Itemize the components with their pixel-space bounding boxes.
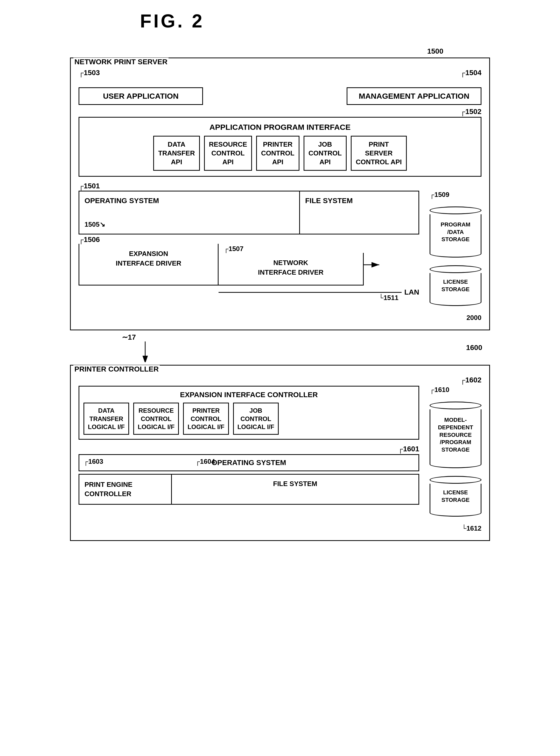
api-item-4: PRINT SERVER CONTROL API: [351, 136, 407, 171]
cyl-bottom-3: [429, 460, 481, 468]
prog-data-storage-cyl: PROGRAM /DATA STORAGE: [429, 207, 481, 257]
net-arrow: [364, 257, 384, 273]
pe-fs-row: PRINT ENGINE CONTROLLER FILE SYSTEM: [79, 474, 419, 505]
ref-1511: └1511: [379, 294, 399, 301]
cyl-bottom-1: [429, 250, 481, 257]
ref-1610: ┌1610: [429, 386, 449, 394]
ref-17: ∼17: [122, 333, 136, 341]
api-title: APPLICATION PROGRAM INTERFACE: [84, 123, 476, 132]
cyl-bottom-4: [429, 509, 481, 517]
lan-label: LAN: [404, 288, 419, 296]
mgmt-app-box: MANAGEMENT APPLICATION: [347, 87, 481, 105]
cyl-top-4: [429, 476, 481, 484]
cyl-body-1: PROGRAM /DATA STORAGE: [429, 214, 481, 251]
user-app-box: USER APPLICATION: [79, 87, 203, 105]
page-title: FIG. 2: [140, 10, 204, 31]
pc-box: PRINTER CONTROLLER ┌1602 EXPANSION INTER…: [70, 365, 490, 541]
ref-1509: ┌1509: [429, 191, 449, 199]
ref-1603: ┌1603: [83, 458, 103, 466]
os-label: OPERATING SYSTEM: [84, 197, 294, 205]
cyl-top-3: [429, 402, 481, 410]
expansion-ctrl-title: EXPANSION INTERFACE CONTROLLER: [83, 391, 414, 399]
api-item-0: DATA TRANSFER API: [153, 136, 200, 171]
ref-1500: 1500: [427, 47, 443, 55]
api-items-row: DATA TRANSFER API RESOURCE CONTROL API P…: [84, 136, 476, 171]
expansion-ctrl-box: EXPANSION INTERFACE CONTROLLER DATA TRAN…: [79, 386, 419, 440]
ref-2000: 2000: [466, 314, 481, 322]
license-storage-1-cyl: LICENSE STORAGE: [429, 265, 481, 306]
pc-os-box: ┌1603 OPERATING SYSTEM ┌1604: [79, 454, 419, 471]
ref-1504: ┌1504: [460, 69, 481, 77]
license-storage-2-cyl: LICENSE STORAGE: [429, 476, 481, 517]
logical-if-0: DATA TRANSFER LOGICAL I/F: [83, 403, 129, 435]
cyl-bottom-2: [429, 298, 481, 306]
nps-label: NETWORK PRINT SERVER: [73, 58, 168, 66]
cyl-top-1: [429, 207, 481, 214]
model-dep-cyl: MODEL- DEPENDENT RESOURCE /PROGRAM STORA…: [429, 402, 481, 468]
cyl-body-4: LICENSE STORAGE: [429, 484, 481, 510]
ref-1506: ┌1506: [79, 235, 100, 244]
ref-1602: ┌1602: [460, 376, 481, 384]
fs-box: FILE SYSTEM: [300, 191, 419, 234]
ref-1612: └1612: [462, 524, 481, 532]
cyl-body-3: MODEL- DEPENDENT RESOURCE /PROGRAM STORA…: [429, 410, 481, 461]
ref-1601: ┌1601: [398, 445, 419, 453]
pc-fs-box: FILE SYSTEM: [172, 474, 419, 505]
net-driver-box: NETWORK INTERFACE DRIVER: [219, 253, 364, 286]
nps-box: NETWORK PRINT SERVER ┌1503 ┌1504 USER AP…: [70, 58, 490, 330]
os-fs-row: OPERATING SYSTEM 1505↘ FILE SYSTEM: [79, 191, 419, 234]
ref-1604: ┌1604: [195, 458, 215, 466]
logical-if-2: PRINTER CONTROL LOGICAL I/F: [183, 403, 229, 435]
pc-os-label: OPERATING SYSTEM: [212, 459, 286, 467]
pc-label: PRINTER CONTROLLER: [73, 365, 160, 373]
api-item-2: PRINTER CONTROL API: [256, 136, 299, 171]
ref-1503: ┌1503: [79, 69, 100, 77]
logical-if-3: JOB CONTROL LOGICAL I/F: [233, 403, 279, 435]
ref-1501: ┌1501: [79, 182, 100, 190]
ref-1507: ┌1507: [224, 245, 364, 253]
pe-box: PRINT ENGINE CONTROLLER: [79, 474, 172, 505]
api-item-3: JOB CONTROL API: [304, 136, 347, 171]
ref-1505: 1505↘: [84, 220, 105, 228]
ref-1502: ┌1502: [460, 107, 481, 115]
cyl-top-2: [429, 265, 481, 273]
down-arrow-17: [137, 341, 153, 362]
exp-driver-box: EXPANSION INTERFACE DRIVER: [79, 244, 219, 286]
os-box: OPERATING SYSTEM 1505↘: [79, 191, 300, 234]
cyl-body-2: LICENSE STORAGE: [429, 273, 481, 299]
ref-1600: 1600: [466, 343, 482, 352]
logical-if-1: RESOURCE CONTROL LOGICAL I/F: [133, 403, 179, 435]
api-item-1: RESOURCE CONTROL API: [204, 136, 252, 171]
logical-if-row: DATA TRANSFER LOGICAL I/F RESOURCE CONTR…: [83, 403, 414, 435]
api-box: APPLICATION PROGRAM INTERFACE DATA TRANS…: [79, 117, 481, 177]
diagram-container: 1500 NETWORK PRINT SERVER ┌1503 ┌1504 US…: [34, 47, 526, 541]
driver-row: EXPANSION INTERFACE DRIVER ┌1507 NETWORK…: [79, 244, 419, 286]
app-row: USER APPLICATION MANAGEMENT APPLICATION: [79, 87, 481, 105]
